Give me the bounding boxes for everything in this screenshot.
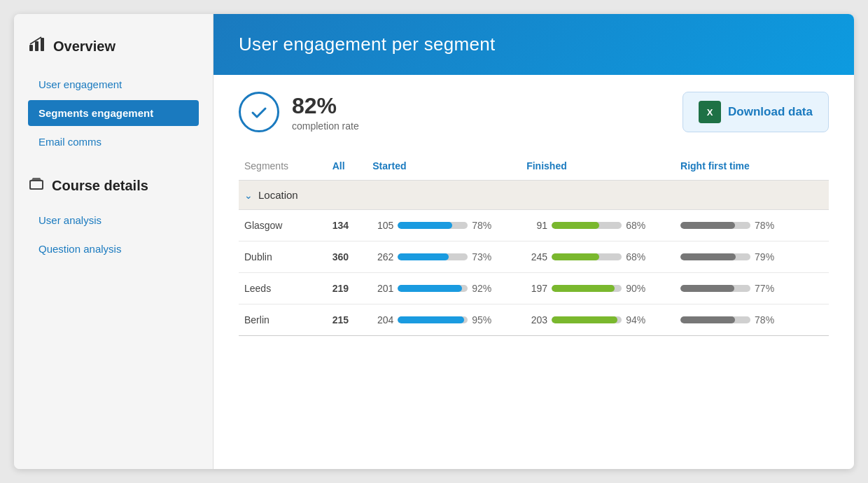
rft-bar-track (680, 222, 750, 229)
sidebar-item-user-analysis[interactable]: User analysis (28, 207, 199, 233)
finished-count: 91 (526, 220, 547, 231)
svg-rect-2 (41, 38, 44, 51)
started-bar-track (398, 316, 468, 323)
finished-bar-track (552, 222, 622, 229)
sidebar-item-email-comms[interactable]: Email comms (28, 129, 199, 155)
sidebar-overview-label: Overview (53, 38, 115, 55)
table-row: Leeds 219 201 92% 197 90% (239, 273, 829, 304)
finished-count: 197 (526, 283, 547, 294)
finished-pct: 90% (626, 283, 652, 294)
table-row: Glasgow 134 105 78% 91 68% (239, 210, 829, 241)
started-count: 262 (372, 251, 393, 262)
cell-started: 262 73% (367, 241, 521, 273)
table-row: Dublin 360 262 73% 245 68% (239, 241, 829, 273)
col-header-finished[interactable]: Finished (521, 152, 675, 181)
started-bar-fill (398, 285, 462, 292)
course-details-section: Course details (28, 176, 199, 196)
col-header-all[interactable]: All (327, 152, 368, 181)
started-count: 201 (372, 283, 393, 294)
rft-pct: 78% (755, 314, 781, 326)
rft-pct: 78% (755, 220, 781, 231)
finished-bar-track (552, 316, 622, 323)
cell-rft: 78% (675, 210, 829, 241)
cell-segment: Dublin (239, 241, 327, 273)
started-count: 204 (372, 314, 393, 326)
finished-bar-fill (552, 253, 599, 260)
rft-bar-fill (680, 253, 736, 260)
cell-rft: 77% (675, 273, 829, 304)
course-nav: User analysis Question analysis (28, 207, 199, 262)
sidebar-item-user-engagement[interactable]: User engagement (28, 71, 199, 97)
table-row: Berlin 215 204 95% 203 94% (239, 304, 829, 336)
finished-count: 203 (526, 314, 547, 326)
started-bar-track (398, 222, 468, 229)
svg-marker-5 (31, 178, 41, 180)
svg-rect-4 (31, 181, 42, 188)
rft-bar-track (680, 253, 750, 260)
rft-bar-track (680, 285, 750, 292)
chart-icon (28, 35, 46, 57)
app-container: Overview User engagement Segments engage… (14, 14, 854, 469)
started-bar-fill (398, 222, 452, 229)
segments-table: Segments All Started Finished Right firs… (239, 152, 829, 336)
course-details-label: Course details (52, 178, 148, 194)
rft-bar-fill (680, 316, 735, 323)
finished-bar-track (552, 253, 622, 260)
completion-label: completion rate (292, 120, 359, 132)
started-count: 105 (372, 220, 393, 231)
finished-pct: 68% (626, 220, 652, 231)
sidebar-item-question-analysis[interactable]: Question analysis (28, 236, 199, 262)
svg-rect-1 (35, 41, 38, 51)
table-header-row: Segments All Started Finished Right firs… (239, 152, 829, 181)
cell-rft: 78% (675, 304, 829, 336)
finished-bar-fill (552, 285, 615, 292)
finished-pct: 68% (626, 251, 652, 262)
sidebar: Overview User engagement Segments engage… (14, 14, 214, 469)
finished-count: 245 (526, 251, 547, 262)
cell-segment: Berlin (239, 304, 327, 336)
finished-bar-fill (552, 316, 617, 323)
completion-percentage: 82% (292, 93, 359, 119)
cell-rft: 79% (675, 241, 829, 273)
main-body: 82% completion rate X Download data Segm… (214, 75, 854, 469)
group-label-text: Location (258, 189, 298, 201)
finished-pct: 94% (626, 314, 652, 326)
started-pct: 95% (472, 314, 498, 326)
started-bar-track (398, 285, 468, 292)
main-header: User engagement per segment (214, 14, 854, 75)
main-content: User engagement per segment 82% completi… (214, 14, 854, 469)
cell-finished: 245 68% (521, 241, 675, 273)
excel-icon: X (699, 101, 721, 123)
started-pct: 78% (472, 220, 498, 231)
cell-all: 360 (327, 241, 368, 273)
col-header-started[interactable]: Started (367, 152, 521, 181)
cell-finished: 197 90% (521, 273, 675, 304)
cell-all: 219 (327, 273, 368, 304)
cell-finished: 91 68% (521, 210, 675, 241)
rft-bar-fill (680, 222, 735, 229)
rft-pct: 77% (755, 283, 781, 294)
sidebar-item-segments-engagement[interactable]: Segments engagement (28, 100, 199, 126)
cell-started: 204 95% (367, 304, 521, 336)
sidebar-nav: User engagement Segments engagement Emai… (28, 71, 199, 155)
chevron-down-icon: ⌄ (244, 190, 253, 201)
rft-bar-fill (680, 285, 734, 292)
col-header-rft[interactable]: Right first time (675, 152, 829, 181)
completion-badge (239, 92, 279, 132)
cell-segment: Leeds (239, 273, 327, 304)
started-pct: 73% (472, 251, 498, 262)
course-icon (28, 176, 45, 196)
cell-started: 201 92% (367, 273, 521, 304)
started-bar-fill (398, 316, 464, 323)
cell-all: 134 (327, 210, 368, 241)
completion-row: 82% completion rate X Download data (239, 92, 829, 132)
group-row-location[interactable]: ⌄ Location (239, 181, 829, 210)
sidebar-overview: Overview (28, 35, 199, 57)
download-button[interactable]: X Download data (682, 92, 829, 132)
download-label: Download data (728, 105, 813, 119)
completion-text: 82% completion rate (292, 93, 359, 132)
completion-info: 82% completion rate (239, 92, 359, 132)
svg-rect-0 (29, 45, 33, 51)
cell-started: 105 78% (367, 210, 521, 241)
started-pct: 92% (472, 283, 498, 294)
